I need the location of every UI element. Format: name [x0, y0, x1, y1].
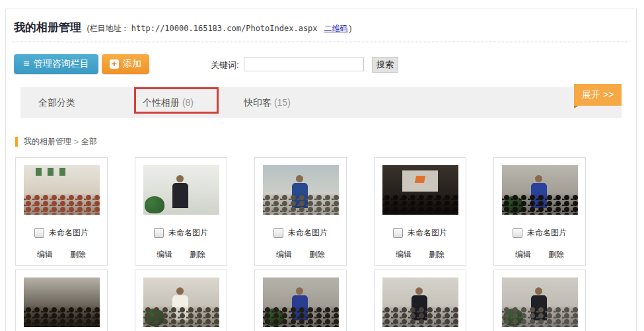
add-label: 添加 — [123, 58, 141, 70]
album-card: 未命名图片编辑删除 — [15, 157, 108, 266]
audience-crowd-icon — [24, 307, 100, 328]
breadcrumb-bar-icon — [15, 137, 18, 147]
toolbar: ≡ 管理咨询栏目 + 添加 关键词: 搜索 — [6, 54, 636, 75]
manage-columns-label: 管理咨询栏目 — [34, 58, 89, 70]
audience-crowd-icon — [24, 194, 100, 215]
page-container: 我的相册管理 (栏目地址： http://10000.165183.com/Ph… — [5, 9, 637, 331]
screen-logo-icon — [414, 176, 425, 183]
album-photo-thumbnail[interactable] — [143, 277, 219, 327]
edit-link[interactable]: 编辑 — [396, 249, 411, 260]
album-photo-thumbnail[interactable] — [263, 277, 339, 327]
column-url: http://10000.165183.com/PhotoIndex.aspx — [131, 24, 318, 33]
album-checkbox[interactable] — [273, 228, 283, 238]
edit-link[interactable]: 编辑 — [515, 249, 531, 260]
tab-personal-album[interactable]: 个性相册 (8) — [143, 87, 194, 118]
tab-kuaiyinke[interactable]: 快印客 (15) — [244, 87, 291, 118]
delete-link[interactable]: 删除 — [429, 249, 445, 260]
breadcrumb: 我的相册管理 > 全部 — [15, 136, 636, 147]
album-photo-thumbnail[interactable] — [24, 165, 100, 215]
manage-columns-button[interactable]: ≡ 管理咨询栏目 — [14, 54, 98, 74]
album-checkbox[interactable] — [513, 228, 522, 238]
audience-crowd-icon — [502, 194, 578, 215]
breadcrumb-current: 全部 — [81, 136, 97, 147]
album-photo-thumbnail[interactable] — [24, 277, 100, 327]
album-title: 未命名图片 — [527, 227, 567, 239]
album-card: 未命名图片编辑删除 — [254, 270, 347, 331]
audience-crowd-icon — [502, 307, 578, 328]
album-card: 未命名图片编辑删除 — [374, 157, 466, 266]
audience-crowd-icon — [263, 307, 339, 328]
add-button[interactable]: + 添加 — [102, 54, 149, 74]
album-checkbox[interactable] — [34, 228, 44, 238]
edit-link[interactable]: 编辑 — [276, 249, 292, 260]
album-title-row: 未命名图片 — [494, 227, 585, 239]
album-actions: 编辑删除 — [16, 249, 107, 260]
wall-art-icon — [59, 168, 65, 176]
search-button[interactable]: 搜索 — [372, 57, 398, 73]
edit-link[interactable]: 编辑 — [157, 249, 172, 260]
plant-icon — [145, 196, 164, 213]
breadcrumb-separator: > — [74, 137, 79, 147]
audience-crowd-icon — [263, 194, 339, 215]
album-photo-thumbnail[interactable] — [502, 277, 578, 327]
keyword-label: 关键词: — [211, 59, 239, 71]
album-checkbox[interactable] — [393, 228, 403, 238]
wall-art-icon — [36, 168, 42, 176]
audience-crowd-icon — [382, 307, 458, 328]
album-title: 未命名图片 — [408, 227, 447, 239]
album-photo-thumbnail[interactable] — [502, 165, 578, 215]
album-card: 未命名图片编辑删除 — [374, 270, 466, 331]
plus-icon: + — [110, 59, 119, 69]
audience-crowd-icon — [143, 307, 219, 328]
album-actions: 编辑删除 — [375, 249, 466, 260]
delete-link[interactable]: 删除 — [70, 249, 86, 260]
album-title: 未命名图片 — [168, 227, 208, 239]
album-photo-thumbnail[interactable] — [143, 165, 219, 215]
audience-crowd-icon — [382, 194, 458, 215]
album-card: 未命名图片编辑删除 — [493, 157, 586, 266]
album-title: 未命名图片 — [288, 227, 328, 239]
qr-code-link[interactable]: 二维码 — [324, 24, 348, 33]
album-actions: 编辑删除 — [494, 249, 585, 260]
album-card: 未命名图片编辑删除 — [15, 270, 108, 331]
album-grid: 未命名图片编辑删除未命名图片编辑删除未命名图片编辑删除未命名图片编辑删除未命名图… — [15, 157, 613, 331]
breadcrumb-root[interactable]: 我的相册管理 — [24, 136, 71, 147]
speaker-figure-icon — [172, 175, 188, 208]
album-title-row: 未命名图片 — [255, 227, 346, 239]
page-header: 我的相册管理 (栏目地址： http://10000.165183.com/Ph… — [6, 9, 636, 42]
delete-link[interactable]: 删除 — [309, 249, 325, 260]
album-card: 未命名图片编辑删除 — [135, 157, 227, 266]
album-title-row: 未命名图片 — [375, 227, 466, 239]
delete-link[interactable]: 删除 — [548, 249, 564, 260]
divider — [13, 42, 629, 42]
category-tabbar: 全部分类 个性相册 (8) 快印客 (15) 展开 >> — [20, 87, 622, 118]
delete-link[interactable]: 删除 — [190, 249, 205, 260]
tab-all-categories[interactable]: 全部分类 — [38, 87, 75, 118]
wall-art-icon — [48, 168, 54, 176]
album-card: 未命名图片编辑删除 — [135, 270, 227, 331]
album-card: 未命名图片编辑删除 — [254, 157, 347, 266]
column-address: (栏目地址： http://10000.165183.com/PhotoInde… — [87, 24, 351, 33]
album-photo-thumbnail[interactable] — [382, 277, 458, 327]
menu-icon: ≡ — [23, 59, 29, 69]
album-photo-thumbnail[interactable] — [382, 165, 458, 215]
page-title: 我的相册管理 — [14, 20, 81, 34]
album-title: 未命名图片 — [49, 227, 89, 239]
album-title-row: 未命名图片 — [135, 227, 227, 239]
album-actions: 编辑删除 — [135, 249, 227, 260]
album-checkbox[interactable] — [154, 228, 164, 238]
expand-button[interactable]: 展开 >> — [574, 84, 622, 106]
edit-link[interactable]: 编辑 — [37, 249, 53, 260]
album-card: 未命名图片编辑删除 — [493, 270, 586, 331]
album-title-row: 未命名图片 — [16, 227, 107, 239]
album-actions: 编辑删除 — [255, 249, 346, 260]
keyword-input[interactable] — [244, 57, 364, 71]
album-photo-thumbnail[interactable] — [263, 165, 339, 215]
